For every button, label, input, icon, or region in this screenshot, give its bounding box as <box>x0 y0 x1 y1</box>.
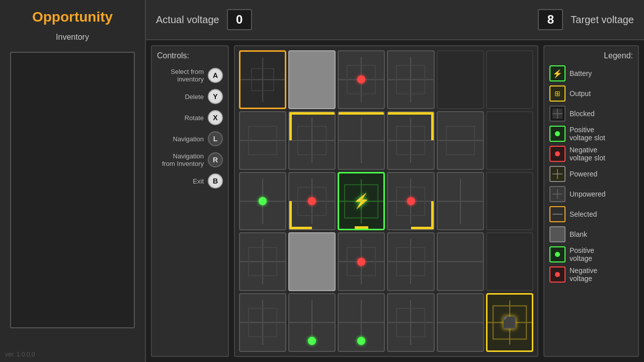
legend-item-blocked: Blocked <box>549 106 633 122</box>
voltage-bar: Actual voltage 0 8 Target voltage <box>146 0 644 40</box>
sidebar-title: Opportunity <box>0 0 145 30</box>
dot-red-3-2 <box>308 197 316 205</box>
legend-label-neg-voltage: Negativevoltage <box>570 266 597 283</box>
legend-label-powered: Powered <box>570 170 597 178</box>
control-item-delete: Delete Y <box>157 89 223 104</box>
sidebar: Opportunity Inventory ver. 1.0.0.0 <box>0 0 146 362</box>
grid-cell-3-6[interactable] <box>486 172 533 231</box>
legend-icon-neg-voltage <box>549 266 566 283</box>
controls-panel: Controls: Select frominventory A Delete … <box>151 45 229 357</box>
inventory-box <box>10 52 135 328</box>
control-item-navigation: Navigation L <box>157 131 223 146</box>
dot-red-1-3 <box>357 75 365 83</box>
grid-cell-5-1[interactable] <box>239 293 286 352</box>
control-label-exit: Exit <box>193 177 204 185</box>
grid-cell-3-5[interactable] <box>437 172 484 231</box>
grid-cell-5-4[interactable] <box>387 293 434 352</box>
grid-cell-2-6[interactable] <box>486 111 533 170</box>
legend-icon-neg-voltage-slot <box>549 146 566 162</box>
grid-cell-1-5[interactable] <box>437 50 484 109</box>
target-voltage-value: 8 <box>538 9 563 30</box>
legend-panel: Legend: ⚡ Battery ⊞ Output Blocked <box>543 45 639 357</box>
grid-cell-2-5[interactable] <box>437 111 484 170</box>
legend-icon-output: ⊞ <box>549 85 566 102</box>
grid-cell-3-1[interactable] <box>239 172 286 231</box>
legend-label-blocked: Blocked <box>570 110 595 118</box>
legend-icon-unpowered <box>549 186 566 202</box>
grid-cell-5-5[interactable] <box>437 293 484 352</box>
legend-item-blank: Blank <box>549 226 633 242</box>
grid-cell-3-4[interactable] <box>387 172 434 231</box>
legend-item-selected: Selected <box>549 206 633 222</box>
control-label-delete: Delete <box>185 93 204 101</box>
legend-icon-pos-voltage <box>549 246 566 262</box>
control-btn-a[interactable]: A <box>208 68 223 83</box>
legend-label-output: Output <box>570 89 591 98</box>
control-label-select: Select frominventory <box>171 68 204 83</box>
control-item-rotate: Rotate X <box>157 110 223 125</box>
legend-label-blank: Blank <box>570 230 587 238</box>
legend-label-pos-voltage-slot: Positivevoltage slot <box>570 126 605 142</box>
grid-cell-3-2[interactable] <box>288 172 336 231</box>
control-label-navigation: Navigation <box>173 135 204 143</box>
control-btn-b[interactable]: B <box>208 173 223 189</box>
legend-item-pos-voltage-slot: Positivevoltage slot <box>549 126 633 142</box>
control-btn-x[interactable]: X <box>208 110 223 125</box>
controls-title: Controls: <box>157 51 223 60</box>
legend-label-neg-voltage-slot: Negativevoltage slot <box>570 146 605 162</box>
legend-label-unpowered: Unpowered <box>570 190 606 198</box>
inventory-label: Inventory <box>0 30 145 44</box>
grid-cell-1-6[interactable] <box>486 50 533 109</box>
control-item-nav-inventory: Navigationfrom Inventory R <box>157 152 223 167</box>
legend-title: Legend: <box>549 51 633 60</box>
legend-icon-selected <box>549 206 566 222</box>
dot-green-5-2 <box>308 337 316 345</box>
grid-cell-2-3[interactable] <box>338 111 385 170</box>
actual-voltage-value: 0 <box>227 9 252 30</box>
grid-cell-4-3[interactable] <box>338 232 385 291</box>
legend-icon-blocked <box>549 106 566 122</box>
legend-item-pos-voltage: Positivevoltage <box>549 246 633 262</box>
legend-item-battery: ⚡ Battery <box>549 65 633 81</box>
grid-cell-5-6-output[interactable]: ⬛ <box>486 293 533 352</box>
grid-area[interactable]: ⚡ <box>234 45 538 357</box>
dot-green-5-3 <box>357 337 365 345</box>
control-btn-l[interactable]: L <box>208 131 223 146</box>
grid-cell-5-3[interactable] <box>338 293 385 352</box>
grid-cell-4-4[interactable] <box>387 232 434 291</box>
legend-label-pos-voltage: Positivevoltage <box>570 246 594 262</box>
control-label-rotate: Rotate <box>185 114 204 122</box>
control-btn-y[interactable]: Y <box>208 89 223 104</box>
legend-label-selected: Selected <box>570 210 597 218</box>
control-item-select: Select frominventory A <box>157 68 223 83</box>
output-cell-icon: ⬛ <box>503 316 516 329</box>
grid-cell-1-2[interactable] <box>288 50 336 109</box>
grid-cell-2-4[interactable] <box>387 111 434 170</box>
grid-cell-5-2[interactable] <box>288 293 336 352</box>
grid-cell-2-1[interactable] <box>239 111 286 170</box>
grid-cell-4-2[interactable] <box>288 232 336 291</box>
grid-cell-2-2[interactable] <box>288 111 336 170</box>
grid-cell-3-3-battery[interactable]: ⚡ <box>338 172 385 231</box>
grid-cell-4-6[interactable] <box>486 232 533 291</box>
legend-icon-powered <box>549 166 566 182</box>
legend-item-output: ⊞ Output <box>549 85 633 102</box>
target-voltage-label: Target voltage <box>571 14 634 26</box>
grid-cell-1-4[interactable] <box>387 50 434 109</box>
grid-cell-4-5[interactable] <box>437 232 484 291</box>
main-area: Actual voltage 0 8 Target voltage Contro… <box>146 0 644 362</box>
grid-cell-1-3[interactable] <box>338 50 385 109</box>
grid-cell-1-1[interactable] <box>239 50 286 109</box>
legend-item-powered: Powered <box>549 166 633 182</box>
legend-icon-blank <box>549 226 566 242</box>
legend-icon-battery: ⚡ <box>549 65 566 81</box>
version-label: ver. 1.0.0.0 <box>5 351 35 358</box>
control-item-exit: Exit B <box>157 173 223 189</box>
control-label-nav-inventory: Navigationfrom Inventory <box>162 152 204 167</box>
legend-label-battery: Battery <box>570 69 592 77</box>
dot-red-4-3 <box>357 258 365 266</box>
legend-icon-pos-voltage-slot <box>549 126 566 142</box>
grid-cell-4-1[interactable] <box>239 232 286 291</box>
control-btn-r[interactable]: R <box>208 152 223 167</box>
dot-green-3-1 <box>259 197 267 205</box>
